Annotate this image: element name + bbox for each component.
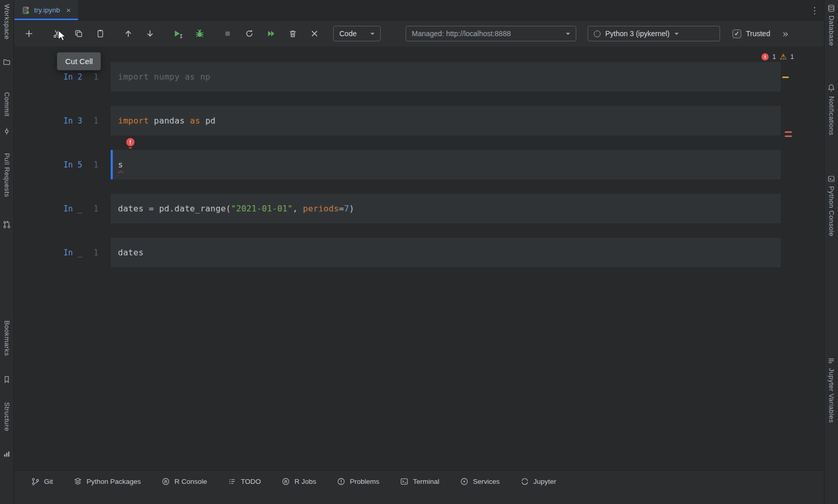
stop-icon xyxy=(223,29,232,38)
trusted-checkbox[interactable]: ✓ Trusted xyxy=(732,29,770,38)
scissors-icon xyxy=(52,29,62,38)
cell-code-area[interactable]: dates xyxy=(111,238,781,267)
kernel-value: Python 3 (ipykernel) xyxy=(605,29,670,38)
bottom-item-services[interactable]: Services xyxy=(460,477,500,486)
bottom-item-problems[interactable]: Problems xyxy=(337,477,379,486)
clear-outputs-button[interactable] xyxy=(307,26,322,41)
cell-code-area[interactable]: dates = pd.date_range("2021-01-01", peri… xyxy=(111,194,781,223)
tab-options-kebab-icon[interactable]: ⋮ xyxy=(810,5,819,16)
restart-kernel-button[interactable] xyxy=(242,26,257,41)
stripe-item-bookmarks[interactable]: Bookmarks xyxy=(3,320,11,356)
code-line: s xyxy=(118,160,123,170)
bottom-item-r-jobs[interactable]: R R Jobs xyxy=(281,477,316,486)
error-stripe-error-mark[interactable] xyxy=(785,131,792,133)
line-number: 1 xyxy=(94,248,98,257)
database-icon[interactable] xyxy=(827,4,835,12)
cell-code-area[interactable]: import numpy as np xyxy=(111,62,781,91)
server-value: Managed: http://localhost:8888 xyxy=(412,29,511,38)
code-line: dates = pd.date_range("2021-01-01", peri… xyxy=(118,204,354,213)
run-all-cells-button[interactable] xyxy=(264,26,278,41)
stripe-item-commit[interactable]: Commit xyxy=(3,92,11,116)
jupyter-variables-icon[interactable] xyxy=(827,357,835,365)
bottom-item-jupyter[interactable]: Jupyter xyxy=(520,477,556,486)
todo-list-icon xyxy=(228,477,236,486)
line-number: 1 xyxy=(94,204,98,213)
notebook-cell: In 2 1 import numpy as np xyxy=(14,62,824,91)
plus-icon xyxy=(24,29,34,38)
kernel-dropdown[interactable]: Python 3 (ipykernel) xyxy=(588,26,720,41)
cell-gutter: In _ 1 xyxy=(14,194,111,223)
stripe-item-python-console[interactable]: Python Console xyxy=(828,186,835,236)
error-stripe-error-mark[interactable] xyxy=(785,135,792,137)
notebook-toolbar: Code Managed: http://localhost:8888 Pyth… xyxy=(14,21,824,47)
ide-window: Workspace Commit Pull Requests Bookmarks… xyxy=(0,0,838,504)
kernel-status-icon xyxy=(594,30,601,37)
stripe-item-notifications[interactable]: Notifications xyxy=(828,96,835,135)
stripe-item-pull-requests[interactable]: Pull Requests xyxy=(3,153,11,197)
svg-text:R: R xyxy=(285,479,288,484)
bookmark-icon[interactable] xyxy=(3,375,11,384)
left-tool-stripe: Workspace Commit Pull Requests Bookmarks… xyxy=(0,0,14,504)
run-cell-button[interactable] xyxy=(171,26,185,41)
chevron-down-icon xyxy=(675,33,679,37)
paste-cell-button[interactable] xyxy=(93,26,108,41)
execution-label: In _ xyxy=(64,204,82,213)
commit-icon[interactable] xyxy=(3,127,11,135)
debug-cell-button[interactable] xyxy=(192,26,207,41)
debug-bug-icon xyxy=(195,29,204,38)
run-all-icon xyxy=(266,29,276,38)
move-cell-down-button[interactable] xyxy=(143,26,157,41)
cell-type-dropdown[interactable]: Code xyxy=(333,26,381,41)
toolbar-overflow-chevron[interactable]: » xyxy=(783,28,788,39)
copy-cell-button[interactable] xyxy=(71,26,86,41)
stripe-item-jupyter-variables[interactable]: Jupyter Variables xyxy=(828,368,835,423)
bottom-item-python-packages[interactable]: Python Packages xyxy=(73,477,141,486)
r-console-icon: R xyxy=(161,477,170,486)
bottom-item-git[interactable]: Git xyxy=(31,477,53,486)
warning-count: 1 xyxy=(790,53,794,60)
structure-icon[interactable] xyxy=(3,450,11,458)
cell-code-area[interactable]: ! s xyxy=(111,150,781,179)
cell-code-area[interactable]: import pandas as pd xyxy=(111,106,781,135)
copy-icon xyxy=(74,29,83,38)
run-cell-icon xyxy=(173,29,183,38)
stop-kernel-button[interactable] xyxy=(220,26,235,41)
tab-close-icon[interactable]: × xyxy=(66,6,71,14)
add-cell-button[interactable] xyxy=(22,26,36,41)
tab-try-ipynb[interactable]: try.ipynb × xyxy=(14,0,78,20)
error-stripe-warning-mark[interactable] xyxy=(782,77,789,78)
cut-cell-button[interactable] xyxy=(50,26,64,41)
svg-text:R: R xyxy=(164,479,168,484)
stripe-item-database[interactable]: Database xyxy=(828,16,835,46)
inline-error-icon: ! xyxy=(126,138,134,146)
delete-cell-button[interactable] xyxy=(286,26,300,41)
notebook-file-icon xyxy=(22,6,30,14)
stripe-item-structure[interactable]: Structure xyxy=(3,402,11,431)
status-bar-area xyxy=(14,493,824,504)
move-cell-up-button[interactable] xyxy=(121,26,136,41)
pull-request-icon[interactable] xyxy=(3,220,11,228)
folder-icon[interactable] xyxy=(3,58,11,66)
bottom-item-terminal[interactable]: Terminal xyxy=(400,477,439,486)
warning-icon: ⚠ xyxy=(780,53,786,60)
terminal-icon xyxy=(400,477,409,486)
jupyter-server-dropdown[interactable]: Managed: http://localhost:8888 xyxy=(406,26,576,41)
problems-icon xyxy=(337,477,346,486)
main-area: try.ipynb × ⋮ xyxy=(14,0,824,504)
code-line: import numpy as np xyxy=(118,72,211,82)
stripe-item-workspace[interactable]: Workspace xyxy=(3,4,11,39)
line-number: 1 xyxy=(94,72,98,82)
bottom-item-todo[interactable]: TODO xyxy=(228,477,261,486)
notifications-bell-icon[interactable] xyxy=(827,84,835,92)
execution-label: In 3 xyxy=(64,116,82,126)
trusted-label: Trusted xyxy=(746,29,770,38)
python-console-icon[interactable] xyxy=(827,175,835,183)
bottom-item-r-console[interactable]: R R Console xyxy=(161,477,207,486)
jupyter-icon xyxy=(520,477,529,486)
problems-widget[interactable]: ! 1 ⚠ 1 xyxy=(761,53,794,60)
close-x-icon xyxy=(310,29,319,38)
line-number: 1 xyxy=(94,160,98,170)
arrow-down-icon xyxy=(145,29,155,38)
notebook-editor: ! 1 ⚠ 1 In 2 1 import numpy as np In 3 1 xyxy=(14,47,824,470)
error-count-icon: ! xyxy=(761,53,769,60)
